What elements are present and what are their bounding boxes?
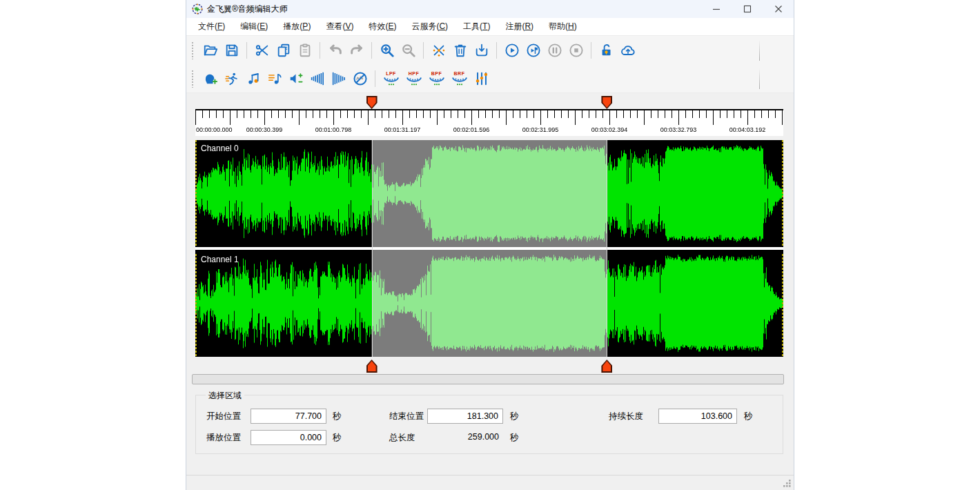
play-icon: [504, 43, 520, 58]
copy-button[interactable]: [273, 40, 293, 61]
play-position-unit: 秒: [333, 432, 342, 444]
start-position-unit: 秒: [333, 411, 342, 422]
menu-item-edit[interactable]: 编辑(E): [233, 19, 275, 35]
menu-item-view[interactable]: 查看(V): [318, 19, 361, 35]
mix-icon: [431, 43, 447, 58]
toolbar-drag-handle[interactable]: [191, 41, 195, 59]
pause-button[interactable]: [545, 40, 565, 61]
volume-button[interactable]: [286, 68, 306, 89]
band-reject-filter-button[interactable]: BRF: [449, 68, 470, 90]
waveform-view[interactable]: Channel 0 Channel 1: [195, 140, 783, 357]
high-pass-filter-button[interactable]: HPF: [403, 68, 424, 90]
play-button[interactable]: [502, 40, 522, 61]
ruler-time-label: 00:01:31.197: [384, 126, 421, 133]
menu-item-cloud-service[interactable]: 云服务(C): [404, 19, 455, 35]
ruler-time-label: 00:01:00.798: [315, 126, 352, 133]
cloud-upload-icon: [620, 43, 636, 58]
paste-icon: [297, 43, 313, 58]
minimize-button[interactable]: [700, 0, 732, 18]
toolbar-drag-handle[interactable]: [191, 70, 195, 88]
selection-start-marker-bottom[interactable]: [366, 360, 378, 373]
save-button[interactable]: [222, 40, 242, 61]
cut-button[interactable]: [252, 40, 272, 61]
cloud-upload-button[interactable]: [618, 40, 638, 61]
menu-item-file[interactable]: 文件(F): [190, 19, 233, 35]
play-position-label: 播放位置: [206, 432, 241, 444]
toolbar-separator: [375, 70, 375, 87]
end-position-input[interactable]: [427, 409, 503, 424]
toolbar-separator: [320, 42, 320, 59]
toolbar-separator: [423, 42, 424, 59]
rate-button[interactable]: [264, 68, 284, 89]
app-window: 金飞翼®音频编辑大师 文件(F)编辑(E)播放(P)查看(V)特效(E)云服务(…: [186, 0, 794, 490]
menu-item-help[interactable]: 帮助(H): [541, 19, 585, 35]
ruler-time-label: 00:03:32.793: [660, 126, 697, 133]
start-position-input[interactable]: [251, 409, 326, 424]
menu-item-play[interactable]: 播放(P): [275, 19, 318, 35]
maximize-icon: [743, 5, 752, 13]
tempo-button[interactable]: [222, 68, 242, 89]
channel-1-label: Channel 1: [201, 255, 239, 264]
fade-in-button[interactable]: [307, 68, 327, 89]
mix-button[interactable]: [429, 40, 449, 61]
fade-in-icon: [310, 71, 325, 86]
minimize-icon: [712, 5, 721, 13]
delete-button[interactable]: [450, 40, 470, 61]
equalizer-button[interactable]: [471, 68, 491, 89]
undo-icon: [328, 43, 343, 58]
selection-end-marker-fill: [602, 361, 611, 371]
low-pass-filter-icon: [383, 77, 400, 86]
toolbar-main: [186, 36, 794, 65]
stop-button[interactable]: [566, 40, 586, 61]
lock-button[interactable]: [596, 40, 616, 61]
ruler-time-label: 00:02:31.995: [522, 126, 559, 133]
undo-button[interactable]: [325, 40, 345, 61]
play-selection-button[interactable]: [523, 40, 543, 61]
selection-start-marker-top[interactable]: [366, 96, 378, 109]
zoom-out-button[interactable]: [398, 40, 418, 61]
menu-item-tools[interactable]: 工具(T): [455, 19, 498, 35]
duration-input[interactable]: [658, 409, 737, 424]
time-ruler-labels: 00:00:00.00000:00:30.39900:01:00.79800:0…: [195, 109, 783, 136]
menu-item-effects[interactable]: 特效(E): [361, 19, 404, 35]
ruler-time-label: 00:04:03.192: [729, 126, 766, 133]
close-button[interactable]: [763, 0, 794, 18]
pitch-button[interactable]: [243, 68, 263, 89]
redo-icon: [349, 43, 364, 58]
fade-out-button[interactable]: [329, 68, 349, 89]
play-selection-icon: [526, 43, 541, 58]
selection-end-marker-top[interactable]: [601, 96, 612, 109]
extract-selection-button[interactable]: [471, 40, 491, 61]
zoom-in-button[interactable]: [377, 40, 397, 61]
toolbar-endcap: [759, 68, 760, 89]
maximize-button[interactable]: [732, 0, 763, 18]
play-position-input[interactable]: [251, 430, 326, 445]
menu-item-register[interactable]: 注册(R): [498, 19, 541, 35]
redo-button[interactable]: [346, 40, 366, 61]
text-to-speech-button[interactable]: [200, 68, 220, 89]
waveform-canvas[interactable]: [195, 140, 783, 357]
ruler-time-label: 00:02:01.596: [453, 126, 490, 133]
band-pass-filter-button[interactable]: BPF: [426, 68, 447, 90]
selection-start-marker-fill: [368, 97, 376, 108]
low-pass-filter-button[interactable]: LPF: [380, 68, 402, 90]
stop-icon: [569, 43, 584, 58]
fade-out-icon: [331, 71, 346, 86]
resize-grip-icon[interactable]: [783, 479, 792, 488]
horizontal-scrollbar[interactable]: [192, 374, 784, 384]
total-length-value: 259.000: [427, 432, 499, 442]
tempo-icon: [224, 71, 239, 86]
ruler-time-label: 00:03:02.394: [591, 126, 628, 133]
volume-icon: [288, 71, 304, 86]
hpf-label: HPF: [409, 71, 420, 77]
paste-button[interactable]: [295, 40, 315, 61]
time-ruler[interactable]: 00:00:00.00000:00:30.39900:01:00.79800:0…: [195, 109, 783, 136]
band-pass-filter-icon: [429, 77, 445, 86]
ruler-time-label: 00:00:00.000: [196, 126, 233, 133]
toolbar-separator: [591, 42, 591, 59]
window-title: 金飞翼®音频编辑大师: [207, 3, 288, 15]
noise-reduction-button[interactable]: [350, 68, 370, 89]
selection-end-marker-bottom[interactable]: [601, 360, 612, 373]
open-button[interactable]: [200, 40, 220, 61]
band-reject-filter-icon: [451, 77, 468, 86]
